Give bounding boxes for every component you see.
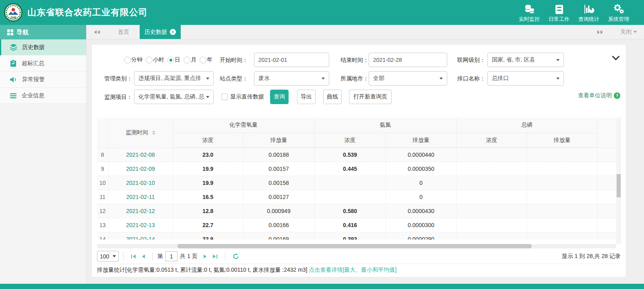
period-radio-hour[interactable]: 小时 (146, 56, 164, 64)
separator (153, 252, 153, 261)
period-radio-day[interactable]: 日 (167, 56, 180, 64)
next-page-button[interactable] (203, 254, 207, 259)
network-level-value: 国家, 省, 市, 区县 (492, 56, 535, 64)
first-page-icon (131, 254, 136, 259)
menu-daily-work[interactable]: 日常工作 (544, 2, 574, 23)
prev-page-button[interactable] (142, 254, 145, 259)
phosphorus-emission (527, 162, 597, 176)
row-number: 12 (97, 204, 108, 218)
table-row: 11 2021-02-11 16.5 0.00127 0 (97, 190, 616, 204)
sidebar-item-enterprise-info[interactable]: 企业信息 (0, 88, 86, 104)
radio-label: 年 (207, 56, 213, 64)
phosphorus-concentration (456, 218, 527, 232)
caret-down-icon (206, 96, 209, 98)
monitor-items-select[interactable]: 化学需氧量, 氨氮, 总磷, 总 (134, 90, 214, 104)
period-radio-month[interactable]: 月 (184, 56, 196, 64)
tab-history-data[interactable]: 历史数据 ✕ (140, 25, 181, 39)
sidebar: 导航 历史数据 超标汇总 异常报警 (0, 25, 87, 284)
page-number-input[interactable]: 1 (165, 251, 178, 261)
database-icon (514, 2, 544, 15)
column-ammonia-concentration: 浓度 (314, 133, 386, 148)
sidebar-item-exceedance-summary[interactable]: 超标汇总 (0, 55, 86, 72)
end-time-input[interactable]: 2021-02-28 (369, 53, 447, 67)
menu-query-stats[interactable]: 查询统计 (574, 2, 604, 23)
cod-concentration: 12.8 (173, 204, 243, 218)
date-link[interactable]: 2021-02-13 (108, 218, 173, 232)
sidebar-item-label: 企业信息 (22, 92, 44, 99)
double-left-arrow-icon (94, 30, 100, 35)
sidebar-item-label: 历史数据 (22, 44, 45, 51)
new-query-page-button[interactable]: 打开新查询页 (349, 90, 392, 104)
column-cod-emission: 排放量 (243, 133, 314, 148)
scrollbar-thumb[interactable] (617, 174, 621, 197)
detail-link[interactable]: 点击查看详情[最大、最小和平均值] (309, 266, 396, 273)
date-link[interactable]: 2021-02-09 (108, 162, 173, 176)
collapse-panel-button[interactable] (612, 55, 619, 61)
cod-emission: 0.00169 (243, 232, 314, 240)
tabs-scroll-left-button[interactable] (87, 25, 107, 39)
column-monitor-time[interactable]: 监测时间 (108, 118, 173, 148)
ammonia-concentration (314, 190, 386, 204)
page-size-select[interactable]: 100 (97, 251, 119, 262)
phosphorus-concentration (456, 148, 527, 162)
vertical-scrollbar[interactable] (616, 118, 621, 244)
menu-label: 日常工作 (544, 16, 574, 23)
network-level-select[interactable]: 国家, 省, 市, 区县 (487, 53, 564, 67)
date-link[interactable]: 2021-02-11 (108, 190, 173, 204)
ammonia-emission: 0.0000300 (386, 218, 456, 232)
close-tab-icon[interactable]: ✕ (170, 29, 176, 35)
phosphorus-concentration (456, 232, 527, 240)
menu-realtime-monitor[interactable]: 实时监控 (514, 2, 544, 23)
extra-cell (597, 232, 616, 240)
caret-down-icon (556, 59, 559, 61)
curve-button[interactable]: 曲线 (323, 90, 342, 104)
sidebar-item-abnormal-alarm[interactable]: 异常报警 (0, 72, 86, 88)
table-body-viewport[interactable]: 8 2021-02-08 23.0 0.00188 0.539 0.000044… (97, 148, 617, 240)
radio-checked-icon (167, 57, 174, 64)
period-radio-minute[interactable]: 分钟 (124, 56, 142, 64)
date-link[interactable]: 2021-02-12 (108, 204, 173, 218)
unit-description-link[interactable]: 查看单位说明 ? (578, 92, 620, 99)
refresh-button[interactable] (233, 253, 239, 260)
query-button[interactable]: 查询 (270, 90, 289, 104)
refresh-icon (233, 253, 239, 260)
chevron-down-icon (612, 56, 619, 60)
radio-label: 月 (191, 56, 196, 64)
horizontal-scrollbar[interactable] (97, 244, 616, 248)
column-phosphorus-concentration: 浓度 (456, 133, 527, 148)
date-link[interactable]: 2021-02-10 (108, 176, 173, 190)
company-logo-icon: ZHB (4, 3, 23, 22)
phosphorus-concentration (456, 204, 527, 218)
mgmt-category-select[interactable]: 违规项目, 高架源, 重点排 (134, 71, 214, 86)
outlet-name-select[interactable]: 总排口 (487, 71, 564, 86)
city-select[interactable]: 全部 (369, 71, 447, 86)
date-link[interactable]: 2021-02-14 (108, 232, 173, 240)
tabs-scroll-right-button[interactable] (590, 30, 611, 35)
date-link[interactable]: 2021-02-08 (108, 148, 173, 162)
tab-home[interactable]: 首页 (107, 25, 140, 39)
ammonia-concentration: 0.445 (314, 162, 386, 176)
ammonia-concentration: 0.416 (314, 218, 386, 232)
start-time-input[interactable]: 2021-02-01 (254, 53, 329, 67)
direct-data-checkbox[interactable]: 显示直传数据 (221, 90, 264, 104)
table-row: 14 2021-02-14 22.9 0.00169 0.393 0.00002… (97, 232, 616, 240)
period-radio-year[interactable]: 年 (200, 56, 213, 64)
scrollbar-thumb[interactable] (178, 244, 532, 248)
export-button[interactable]: 导出 (297, 90, 316, 104)
sidebar-title-label: 导航 (17, 29, 29, 36)
page-size-value: 100 (100, 253, 109, 260)
last-page-button[interactable] (213, 254, 218, 259)
sidebar-item-history-data[interactable]: 历史数据 (0, 39, 86, 55)
cod-concentration: 23.0 (173, 148, 243, 162)
extra-cell (597, 190, 616, 204)
close-menu-dropdown[interactable]: 关闭 (611, 29, 644, 36)
site-type-select[interactable]: 废水 (254, 71, 329, 86)
menu-system-admin[interactable]: 系统管理 (604, 2, 634, 23)
records-summary: 显示 1 到 28,共 28 记录 (562, 253, 621, 260)
end-time-label: 结束时间： (341, 53, 369, 67)
extra-cell (597, 218, 616, 232)
caret-down-icon (440, 78, 443, 80)
phosphorus-concentration (456, 190, 527, 204)
first-page-button[interactable] (131, 254, 136, 259)
phosphorus-emission (527, 232, 597, 240)
